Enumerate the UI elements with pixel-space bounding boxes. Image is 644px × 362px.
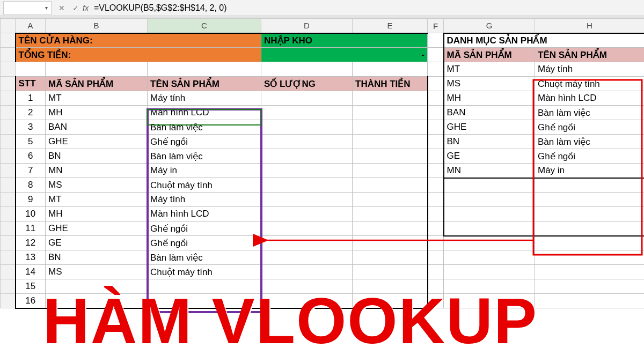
cell[interactable]: [353, 265, 428, 279]
cell-stt[interactable]: 7: [16, 164, 46, 178]
row-header[interactable]: [1, 178, 16, 193]
cell[interactable]: [46, 279, 148, 294]
cell[interactable]: [353, 149, 428, 164]
cell-product-name[interactable]: Máy tính: [148, 193, 261, 207]
cell[interactable]: [535, 279, 645, 294]
row-header[interactable]: [1, 236, 16, 250]
cell[interactable]: [535, 178, 645, 193]
col-header-C[interactable]: C: [148, 19, 261, 33]
worksheet[interactable]: A B C D E F G H TÊN CỬA HÀNG: NHẬP KHO D…: [0, 18, 644, 309]
formula-input[interactable]: [92, 1, 644, 15]
cell-product-name[interactable]: Chuột máy tính: [148, 178, 261, 193]
col-header-G[interactable]: G: [444, 19, 535, 33]
col-header-F[interactable]: F: [428, 19, 444, 33]
cell[interactable]: [148, 294, 261, 308]
cell[interactable]: [353, 279, 428, 294]
select-all-corner[interactable]: [1, 19, 16, 33]
cell[interactable]: [428, 91, 444, 106]
cell[interactable]: [46, 62, 148, 77]
cell[interactable]: [353, 294, 428, 308]
cell[interactable]: [535, 250, 645, 265]
cell-code[interactable]: MH: [46, 106, 148, 120]
catalog-code[interactable]: BN: [444, 135, 535, 149]
cell-stt[interactable]: 12: [16, 236, 46, 250]
cell-product-name[interactable]: Chuột máy tính: [148, 265, 261, 279]
hdr-total[interactable]: THÀNH TIỀN: [353, 77, 428, 91]
cell-stt[interactable]: 2: [16, 106, 46, 120]
catalog-name[interactable]: Máy tính: [535, 62, 645, 77]
cell-code[interactable]: GHE: [46, 135, 148, 149]
cell[interactable]: [428, 265, 444, 279]
cell[interactable]: [148, 62, 261, 77]
cell-stt[interactable]: 14: [16, 265, 46, 279]
col-header-A[interactable]: A: [16, 19, 46, 33]
cell[interactable]: [148, 279, 261, 294]
total-value[interactable]: -: [261, 48, 428, 62]
cell[interactable]: [428, 294, 444, 308]
cell[interactable]: [428, 106, 444, 120]
catalog-header-name[interactable]: TÊN SẢN PHẨM: [535, 48, 645, 62]
cell[interactable]: [46, 294, 148, 308]
catalog-name[interactable]: Bàn làm việc: [535, 106, 645, 120]
catalog-code[interactable]: MH: [444, 91, 535, 106]
cell[interactable]: [428, 135, 444, 149]
cell-product-name[interactable]: Ghế ngồi: [148, 135, 261, 149]
hdr-qty[interactable]: SỐ LƯỢNG: [261, 77, 353, 91]
cell[interactable]: [428, 48, 444, 62]
cell[interactable]: [261, 207, 353, 221]
cell[interactable]: [353, 207, 428, 221]
cancel-formula-icon[interactable]: ✕: [55, 1, 69, 15]
cell[interactable]: [353, 178, 428, 193]
cell[interactable]: [444, 236, 535, 250]
catalog-header-code[interactable]: MÃ SẢN PHẨM: [444, 48, 535, 62]
catalog-code[interactable]: BAN: [444, 106, 535, 120]
cell[interactable]: [261, 164, 353, 178]
cell[interactable]: [428, 178, 444, 193]
cell-stt[interactable]: 10: [16, 207, 46, 221]
catalog-name[interactable]: Chuột máy tính: [535, 77, 645, 91]
cell[interactable]: [428, 193, 444, 207]
cell-stt[interactable]: 3: [16, 120, 46, 135]
catalog-title[interactable]: DANH MỤC SẢN PHẨM: [444, 33, 645, 48]
cell-stt[interactable]: 8: [16, 178, 46, 193]
col-header-B[interactable]: B: [46, 19, 148, 33]
cell-stt[interactable]: 11: [16, 221, 46, 236]
row-header[interactable]: [1, 164, 16, 178]
row-header[interactable]: [1, 265, 16, 279]
row-header[interactable]: [1, 120, 16, 135]
cell[interactable]: [428, 77, 444, 91]
chevron-down-icon[interactable]: ▾: [45, 5, 48, 11]
cell[interactable]: [353, 250, 428, 265]
fx-icon[interactable]: fx: [83, 4, 89, 12]
cell[interactable]: [535, 193, 645, 207]
cell-code[interactable]: MS: [46, 265, 148, 279]
cell[interactable]: [444, 294, 535, 308]
cell-product-name[interactable]: Bàn làm việc: [148, 250, 261, 265]
cell[interactable]: [261, 221, 353, 236]
catalog-code[interactable]: MS: [444, 77, 535, 91]
confirm-formula-icon[interactable]: ✓: [69, 1, 83, 15]
hdr-name[interactable]: TÊN SẢN PHẨM: [148, 77, 261, 91]
catalog-code[interactable]: GE: [444, 149, 535, 164]
cell-stt[interactable]: 9: [16, 193, 46, 207]
row-header[interactable]: [1, 33, 16, 48]
cell[interactable]: [535, 221, 645, 236]
col-header-E[interactable]: E: [353, 19, 428, 33]
cell[interactable]: [261, 62, 353, 77]
cell-product-name[interactable]: Bàn làm việc: [148, 120, 261, 135]
cell[interactable]: [353, 221, 428, 236]
cell[interactable]: [535, 294, 645, 308]
row-header[interactable]: [1, 207, 16, 221]
cell[interactable]: [428, 207, 444, 221]
cell[interactable]: [261, 135, 353, 149]
catalog-code[interactable]: MN: [444, 164, 535, 178]
cell[interactable]: [353, 62, 428, 77]
cell[interactable]: [353, 135, 428, 149]
store-name-label[interactable]: TÊN CỬA HÀNG:: [16, 33, 261, 48]
cell-product-name[interactable]: Ghế ngồi: [148, 221, 261, 236]
catalog-name[interactable]: Bàn làm việc: [535, 135, 645, 149]
cell-code[interactable]: BAN: [46, 120, 148, 135]
cell-stt[interactable]: 5: [16, 135, 46, 149]
cell[interactable]: [261, 265, 353, 279]
row-header[interactable]: [1, 48, 16, 62]
